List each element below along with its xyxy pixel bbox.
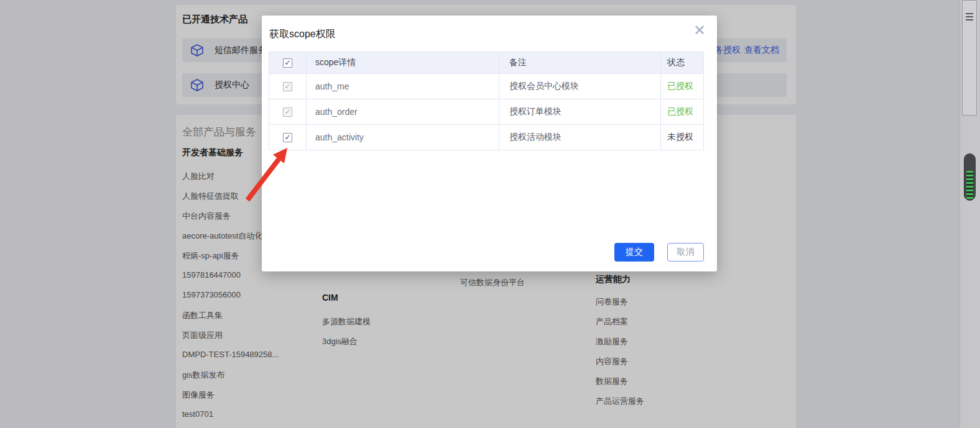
scrollbar-track[interactable]: [959, 0, 980, 428]
column-header-scope: scope详情: [307, 52, 499, 73]
row-checkbox: ✓: [283, 82, 292, 91]
scope-name: auth_me: [307, 74, 499, 99]
table-row: ✓ auth_me 授权会员中心模块 已授权: [269, 74, 704, 99]
scope-remark: 授权订单模块: [499, 99, 661, 124]
close-icon[interactable]: ✕: [693, 23, 706, 38]
capture-progress-indicator: [964, 153, 976, 201]
scope-remark: 授权活动模块: [499, 125, 661, 150]
column-header-remark: 备注: [499, 52, 661, 73]
select-all-checkbox[interactable]: ✓: [283, 58, 292, 68]
table-row: ✓ auth_activity 授权活动模块 未授权: [269, 125, 704, 150]
scope-permission-dialog: 获取scope权限 ✕ ✓ scope详情 备注 状态 ✓ auth_me 授权…: [262, 16, 717, 271]
scope-table: ✓ scope详情 备注 状态 ✓ auth_me 授权会员中心模块 已授权 ✓…: [269, 52, 704, 150]
capture-progress-stripes: [966, 171, 973, 199]
scope-remark: 授权会员中心模块: [499, 74, 661, 99]
scrollbar-thumb[interactable]: [962, 0, 977, 116]
status-badge: 已授权: [661, 99, 705, 124]
annotation-arrow-icon: [240, 143, 296, 205]
row-checkbox: ✓: [283, 107, 292, 117]
table-row: ✓ auth_order 授权订单模块 已授权: [269, 99, 704, 125]
scrollbar-grip-line: [966, 13, 973, 14]
cancel-button[interactable]: 取消: [667, 243, 704, 262]
scrollbar-grip-line: [966, 19, 973, 20]
scope-name: auth_order: [307, 99, 499, 124]
status-badge: 已授权: [661, 74, 705, 99]
scrollbar-grip-line: [966, 16, 973, 17]
submit-button[interactable]: 提交: [614, 243, 654, 262]
scope-name: auth_activity: [307, 125, 499, 150]
column-header-status: 状态: [661, 52, 705, 73]
status-badge: 未授权: [661, 125, 705, 150]
dialog-title: 获取scope权限: [269, 28, 336, 41]
row-checkbox[interactable]: ✓: [283, 133, 292, 142]
table-header-row: ✓ scope详情 备注 状态: [269, 52, 704, 74]
